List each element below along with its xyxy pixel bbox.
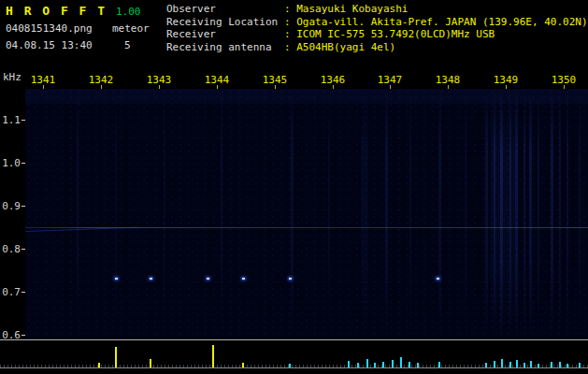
signal-bar xyxy=(523,363,525,367)
signal-bar xyxy=(400,357,402,367)
signal-bar xyxy=(242,363,244,367)
signal-bar xyxy=(115,347,117,367)
y-axis-tick-label: 1.0 xyxy=(0,157,21,169)
signal-bar xyxy=(538,364,539,367)
signal-bar xyxy=(357,363,359,367)
meteor-echo-dot xyxy=(150,278,152,280)
signal-bar xyxy=(212,345,214,367)
signal-bar xyxy=(348,361,350,367)
signal-bar xyxy=(392,360,394,367)
noise-column xyxy=(361,89,368,338)
hrofft-window: H R O F F T 1.00 0408151340.png meteor 0… xyxy=(0,0,588,374)
signal-bar xyxy=(516,360,518,367)
signal-bar xyxy=(579,363,581,367)
signal-bar xyxy=(494,361,495,367)
signal-bar xyxy=(530,361,532,367)
y-axis-tick xyxy=(22,335,25,336)
signal-bar xyxy=(374,363,376,367)
y-axis-tick xyxy=(22,292,25,293)
noise-column xyxy=(494,89,495,338)
noise-column xyxy=(500,89,503,338)
y-axis-tick xyxy=(22,163,25,164)
strip-baseline xyxy=(0,367,588,368)
signal-bar xyxy=(366,359,368,367)
noise-column xyxy=(221,89,222,338)
signal-bar xyxy=(438,362,440,367)
y-axis-tick-label: 0.8 xyxy=(0,243,21,255)
noise-column xyxy=(529,89,532,338)
noise-column xyxy=(385,89,388,338)
signal-bar xyxy=(289,364,291,367)
meteor-echo-dot xyxy=(242,278,245,280)
noise-column xyxy=(551,89,553,338)
noise-column xyxy=(579,89,581,338)
signal-bar xyxy=(509,362,511,367)
signal-bar xyxy=(559,362,561,367)
signal-bar xyxy=(409,362,410,367)
noise-column xyxy=(77,89,79,338)
noise-column xyxy=(409,89,411,338)
y-axis-tick-label: 0.7 xyxy=(0,286,21,298)
noise-column xyxy=(485,89,488,338)
noise-column xyxy=(538,89,539,338)
meteor-echo-dot xyxy=(207,278,209,280)
signal-bar xyxy=(417,363,419,367)
signal-bar xyxy=(150,359,151,367)
noise-column xyxy=(438,89,441,338)
noise-column xyxy=(515,89,518,338)
spectrogram-chart: kHz1341134213431344134513461347134813491… xyxy=(0,0,588,374)
strip-separator xyxy=(0,339,588,340)
noise-column xyxy=(465,89,466,338)
signal-bar xyxy=(382,362,384,367)
signal-bar xyxy=(98,363,100,367)
noise-column xyxy=(509,89,511,338)
y-axis-tick xyxy=(22,206,25,207)
signal-bar xyxy=(501,359,503,367)
noise-column xyxy=(164,89,165,338)
noise-column xyxy=(523,89,525,338)
signal-bar xyxy=(566,364,568,367)
noise-column xyxy=(559,89,561,338)
noise-column xyxy=(328,89,330,338)
noise-column xyxy=(566,89,568,338)
y-axis-tick-label: 0.9 xyxy=(0,200,21,212)
noise-column xyxy=(115,89,117,338)
y-axis-tick xyxy=(22,249,25,250)
y-axis-tick-label: 1.1 xyxy=(0,114,21,126)
signal-bar xyxy=(485,363,487,367)
signal-bar xyxy=(551,362,552,367)
noise-column xyxy=(291,89,294,338)
khz-axis-label: kHz xyxy=(3,71,22,83)
y-axis-tick xyxy=(22,120,25,121)
